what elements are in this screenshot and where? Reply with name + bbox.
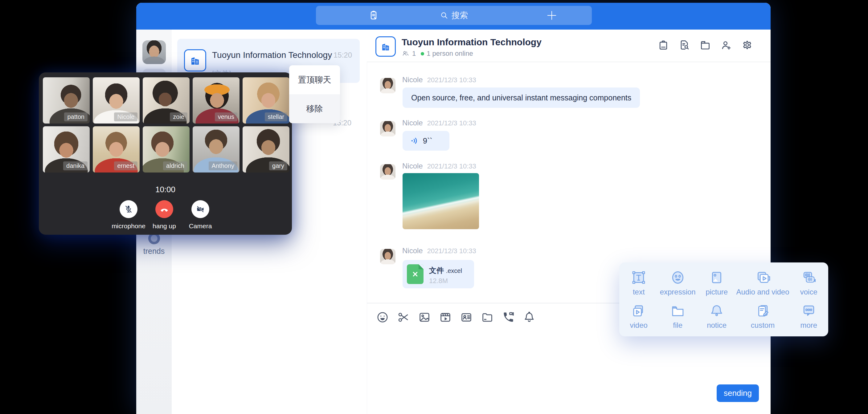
video-tile: ernest: [93, 126, 140, 172]
panel-item-file[interactable]: file: [658, 299, 697, 333]
participant-name: gary: [269, 161, 287, 170]
hang-up-button[interactable]: [155, 200, 173, 218]
chat-item-time: 15:20: [334, 51, 352, 59]
search-placeholder: 搜索: [452, 10, 468, 21]
chat-header: Tuoyun Information Technology 1 1 person…: [367, 30, 771, 62]
avatar: [380, 78, 396, 93]
video-clapper-icon[interactable]: [439, 311, 452, 324]
file-folder-icon: [670, 302, 686, 319]
panel-item-audio-video[interactable]: Audio and video: [736, 266, 789, 299]
vote-icon[interactable]: [657, 39, 670, 51]
camera-toggle-button[interactable]: [191, 200, 209, 218]
online-status: 1 person online: [427, 50, 473, 58]
picture-icon: [708, 269, 725, 286]
participant-name: stellar: [265, 113, 287, 121]
voice-message-bubble[interactable]: 9``: [403, 131, 450, 151]
message-meta: Nicole 2021/12/3 10:33: [402, 162, 476, 170]
message-meta: Nicole 2021/12/3 10:33: [402, 119, 476, 127]
video-icon: [630, 302, 647, 319]
menu-item-pin-chat[interactable]: 置顶聊天: [289, 65, 340, 94]
panel-item-expression[interactable]: expression: [658, 266, 697, 299]
video-tile: Nicole: [93, 77, 140, 124]
video-tile: stellar: [243, 77, 289, 124]
video-tile: gary: [243, 126, 289, 172]
voice-icon: [801, 269, 817, 286]
chat-item-title: Tuoyun Information Technology: [212, 50, 332, 60]
sidebar-item-trends[interactable]: trends: [136, 232, 172, 256]
file-message-bubble[interactable]: 文件 .excel 12.8M: [403, 260, 474, 288]
panel-item-picture[interactable]: picture: [697, 266, 736, 299]
message-time: 2021/12/3 10:33: [427, 119, 476, 127]
image-message-beach-photo[interactable]: [403, 173, 479, 229]
chat-title: Tuoyun Information Technology: [402, 37, 541, 47]
participant-name: Anthony: [209, 161, 237, 170]
participant-name: zoie: [170, 113, 187, 121]
file-folder-icon[interactable]: [481, 311, 494, 324]
message-time: 2021/12/3 10:33: [427, 247, 476, 255]
video-tile: aldrich: [143, 126, 190, 172]
participant-name: danika: [63, 161, 88, 170]
panel-item-more[interactable]: more: [789, 299, 828, 333]
participant-name: venus: [215, 113, 237, 121]
more-icon: [801, 302, 817, 319]
participant-name: aldrich: [163, 161, 187, 170]
panel-item-notice[interactable]: notice: [697, 299, 736, 333]
screenshot-scissors-icon[interactable]: [397, 311, 410, 324]
avatar: [380, 121, 396, 136]
settings-gear-icon[interactable]: [741, 39, 753, 51]
panel-item-video[interactable]: video: [619, 299, 658, 333]
sender-name: Nicole: [402, 119, 423, 127]
app-window: 搜索 trends: [136, 3, 771, 414]
folder-icon[interactable]: [699, 39, 711, 51]
my-avatar[interactable]: [143, 40, 166, 64]
audio-video-icon: [754, 269, 771, 286]
add-member-icon[interactable]: [720, 39, 733, 51]
expression-icon: [670, 269, 686, 286]
video-call-icon[interactable]: [502, 311, 515, 324]
participant-grid: patton Nicole zoie venus stellar danika …: [43, 77, 289, 172]
message-type-panel: text expression picture: [619, 262, 828, 337]
participant-name: ernest: [114, 161, 137, 170]
excel-file-icon: [407, 264, 424, 284]
voice-duration: 9``: [423, 136, 432, 146]
sender-name: Nicole: [402, 162, 423, 170]
emoji-icon[interactable]: [376, 311, 389, 324]
participant-name: Nicole: [114, 113, 137, 121]
avatar: [380, 164, 396, 180]
camera-muted-icon: [195, 204, 205, 214]
notification-bell-icon[interactable]: [523, 311, 536, 324]
microphone-mute-button[interactable]: [120, 200, 137, 218]
screenshot-canvas: 搜索 trends: [0, 0, 868, 414]
sender-name: Nicole: [402, 75, 423, 84]
contact-card-icon[interactable]: [460, 311, 473, 324]
menu-item-remove[interactable]: 移除: [289, 94, 340, 123]
trends-label: trends: [136, 247, 172, 256]
picture-icon[interactable]: [418, 311, 431, 324]
search-input[interactable]: 搜索: [316, 6, 592, 25]
group-building-icon: [375, 36, 396, 57]
text-message-bubble[interactable]: Open source, free, and universal instant…: [403, 88, 640, 108]
avatar: [380, 249, 396, 264]
file-extension: .excel: [446, 267, 462, 274]
plus-icon: [546, 9, 558, 22]
panel-item-voice[interactable]: voice: [789, 266, 828, 299]
panel-item-custom[interactable]: custom: [736, 299, 789, 333]
text-icon: [630, 269, 647, 286]
sender-name: Nicole: [402, 247, 423, 255]
group-building-icon: [184, 49, 206, 71]
video-tile: zoie: [143, 77, 190, 124]
camera-label: Camera: [176, 222, 225, 230]
member-count: 1: [412, 50, 416, 58]
file-search-icon[interactable]: [678, 39, 690, 51]
message-time: 2021/12/3 10:33: [427, 76, 476, 84]
participant-name: patton: [64, 113, 88, 121]
top-bar: 搜索: [136, 3, 771, 30]
members-icon: [402, 50, 410, 58]
hang-up-icon: [159, 204, 169, 214]
send-button[interactable]: sending: [717, 384, 759, 402]
video-tile: patton: [43, 77, 90, 124]
video-tile: danika: [43, 126, 90, 172]
message-time: 2021/12/3 10:33: [427, 162, 476, 170]
add-button[interactable]: [546, 6, 558, 25]
panel-item-text[interactable]: text: [619, 266, 658, 299]
